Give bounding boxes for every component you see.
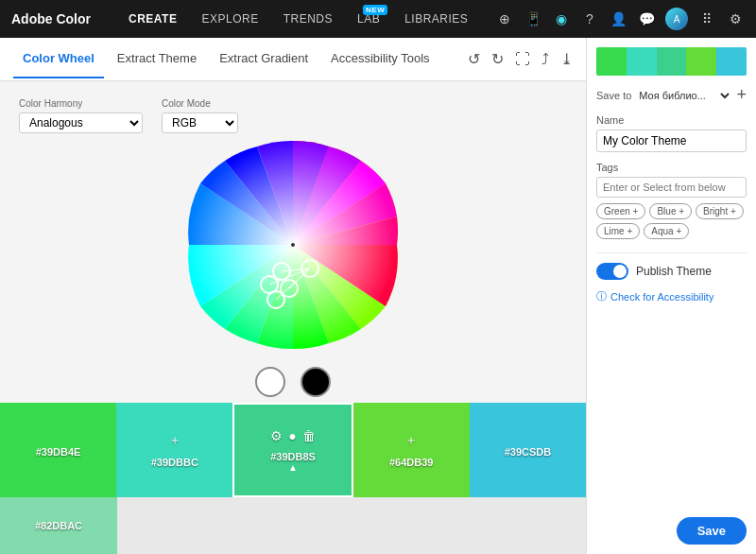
wheel-container — [180, 128, 406, 361]
resize-icon[interactable]: ⛶ — [515, 51, 530, 68]
save-to-row: Save to Моя библио... + — [596, 85, 747, 105]
nav-trends[interactable]: TRENDS — [274, 9, 342, 29]
add-library-icon[interactable]: + — [736, 85, 747, 105]
dot-icon-3[interactable]: ● — [288, 428, 296, 443]
accessibility-text: Check for Accessibility — [610, 291, 713, 303]
app-logo: Adobe Color — [11, 11, 91, 26]
top-nav: Adobe Color CREATE EXPLORE TRENDS New LA… — [0, 0, 756, 38]
sub-nav-actions: ↺ ↻ ⛶ ⤴ ⤓ — [468, 50, 573, 68]
canvas-area: Color Harmony Analogous Monochromatic Co… — [0, 81, 586, 403]
color-cell-4[interactable]: ＋ #64DB39 — [353, 403, 470, 497]
grid-icon[interactable]: ⠿ — [697, 9, 716, 28]
main-layout: Color Wheel Extract Theme Extract Gradie… — [0, 38, 756, 554]
accessibility-icon: ⓘ — [596, 289, 607, 303]
hex-4: #64DB39 — [389, 457, 433, 468]
user-icon[interactable]: 👤 — [609, 9, 627, 28]
help-icon[interactable]: ? — [580, 9, 599, 28]
tags-label: Tags — [596, 162, 747, 173]
tags-row: Green + Blue + Bright + Lime + Aqua + — [596, 203, 747, 239]
name-input[interactable] — [596, 130, 747, 152]
tag-blue[interactable]: Blue + — [649, 203, 692, 219]
toggle-row: Publish Theme — [596, 263, 747, 280]
brightness-white[interactable] — [255, 367, 285, 397]
cell-2-icons: ＋ — [168, 432, 181, 449]
color-wheel-icon[interactable]: ◉ — [552, 9, 571, 28]
tab-color-wheel[interactable]: Color Wheel — [13, 40, 104, 78]
tag-lime[interactable]: Lime + — [596, 223, 640, 239]
tag-bright[interactable]: Bright + — [696, 203, 744, 219]
color-wheel[interactable] — [180, 131, 406, 358]
harmony-select[interactable]: Analogous Monochromatic Complementary — [19, 113, 143, 133]
mode-label: Color Mode — [162, 98, 238, 109]
nav-explore[interactable]: EXPLORE — [192, 9, 267, 29]
tab-accessibility[interactable]: Accessibility Tools — [321, 40, 439, 78]
hex-5: #39CSDB — [505, 446, 552, 458]
harmony-label: Color Harmony — [19, 98, 143, 109]
color-cell-3[interactable]: ⚙ ● 🗑 #39DB8S ▲ — [232, 403, 352, 497]
extra-cell-3 — [234, 497, 352, 554]
tags-input[interactable] — [596, 177, 747, 198]
add-icon-4[interactable]: ＋ — [404, 432, 418, 449]
accessibility-link[interactable]: ⓘ Check for Accessibility — [596, 289, 747, 303]
settings-icon[interactable]: ⚙ — [726, 9, 745, 28]
preview-swatch-2 — [627, 47, 657, 76]
active-indicator: ▲ — [288, 462, 298, 473]
nav-create[interactable]: CREATE — [119, 9, 186, 29]
color-cell-1[interactable]: #39DB4E — [0, 403, 116, 497]
cell-3-icons: ⚙ ● 🗑 — [270, 428, 315, 443]
extra-cell-2 — [117, 497, 234, 554]
extra-cell-4 — [352, 497, 469, 554]
color-cell-5[interactable]: #39CSDB — [470, 403, 586, 497]
extra-hex-1: #82DBAC — [35, 520, 82, 531]
redo-icon[interactable]: ↻ — [491, 50, 504, 68]
preview-swatch-5 — [716, 47, 747, 76]
name-label: Name — [596, 114, 747, 126]
preview-swatch-1 — [596, 47, 627, 76]
publish-toggle[interactable] — [596, 263, 628, 280]
add-icon-2[interactable]: ＋ — [168, 432, 181, 449]
hex-3: #39DB8S — [270, 451, 316, 462]
phone-icon[interactable]: 📱 — [524, 9, 542, 28]
share-icon[interactable]: ⤴ — [541, 51, 549, 68]
preview-swatch-4 — [686, 47, 716, 76]
nav-libraries[interactable]: LIBRARIES — [395, 9, 477, 29]
svg-point-1 — [291, 243, 295, 247]
avatar[interactable]: A — [665, 8, 688, 30]
hex-1: #39DB4E — [36, 446, 81, 458]
extra-strip: #82DBAC — [0, 497, 586, 554]
preview-swatch-3 — [657, 47, 687, 76]
globe-icon[interactable]: ⊕ — [495, 9, 514, 28]
brightness-black[interactable] — [301, 367, 331, 397]
chat-icon[interactable]: 💬 — [637, 9, 656, 28]
download-icon[interactable]: ⤓ — [560, 50, 573, 68]
tag-aqua[interactable]: Aqua + — [644, 223, 689, 239]
color-cell-2[interactable]: ＋ #39DBBC — [116, 403, 232, 497]
publish-label: Publish Theme — [636, 265, 712, 278]
cell-4-icons: ＋ — [404, 432, 418, 449]
extra-cell-5 — [469, 497, 586, 554]
nav-items: CREATE EXPLORE TRENDS New LAB LIBRARIES — [119, 9, 495, 29]
undo-icon[interactable]: ↺ — [468, 50, 480, 68]
toggle-knob — [613, 265, 627, 278]
tab-extract-gradient[interactable]: Extract Gradient — [210, 40, 318, 78]
right-panel: Save to Моя библио... + Name Tags Green … — [586, 38, 756, 554]
save-to-select[interactable]: Моя библио... — [635, 89, 732, 102]
hex-2: #39DBBC — [151, 457, 198, 468]
tag-green[interactable]: Green + — [596, 203, 645, 219]
divider — [596, 252, 747, 253]
harmony-group: Color Harmony Analogous Monochromatic Co… — [19, 98, 143, 133]
left-panel: Color Wheel Extract Theme Extract Gradie… — [0, 38, 586, 554]
new-badge: New — [363, 5, 387, 15]
color-preview-bar — [596, 47, 747, 76]
tab-extract-theme[interactable]: Extract Theme — [108, 40, 206, 78]
brightness-row — [255, 361, 331, 403]
trash-icon-3[interactable]: 🗑 — [302, 428, 316, 443]
nav-lab[interactable]: New LAB — [348, 9, 389, 29]
tune-icon-3[interactable]: ⚙ — [270, 428, 283, 443]
sub-nav: Color Wheel Extract Theme Extract Gradie… — [0, 38, 586, 81]
extra-cell-1[interactable]: #82DBAC — [0, 497, 117, 554]
save-button[interactable]: Save — [677, 517, 747, 545]
save-to-label: Save to — [596, 90, 631, 101]
nav-icons: ⊕ 📱 ◉ ? 👤 💬 A ⠿ ⚙ — [495, 8, 745, 30]
color-strip: #39DB4E ＋ #39DBBC ⚙ ● 🗑 #39DB8S ▲ — [0, 403, 586, 497]
